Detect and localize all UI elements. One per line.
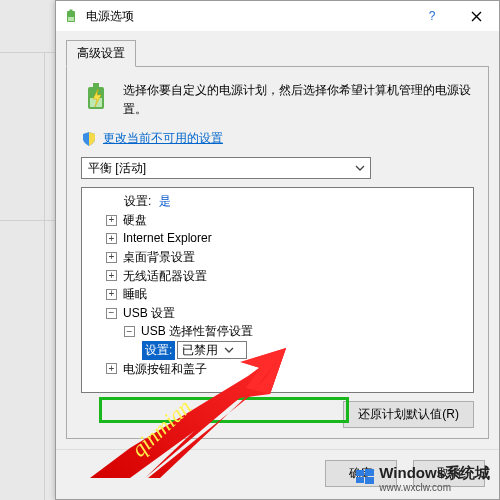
- svg-text:?: ?: [428, 10, 435, 22]
- intro-text: 选择你要自定义的电源计划，然后选择你希望计算机管理的电源设置。: [123, 81, 474, 118]
- chevron-down-icon: [224, 345, 234, 355]
- tree-item-sleep[interactable]: +睡眠: [84, 285, 471, 304]
- power-plan-value: 平衡 [活动]: [88, 160, 146, 177]
- tree-item-usb-suspend[interactable]: −USB 选择性暂停设置: [84, 322, 471, 341]
- svg-rect-2: [68, 17, 74, 21]
- inline-setting-label: 设置:: [142, 341, 175, 360]
- chevron-down-icon: [352, 163, 368, 173]
- inline-setting-select[interactable]: 已禁用: [177, 341, 247, 359]
- ok-button[interactable]: 确定: [325, 460, 397, 487]
- tree-setting-value: 是: [159, 192, 171, 211]
- settings-tree[interactable]: 设置: 是 +硬盘 +Internet Explorer +桌面背景设置 +无线…: [81, 187, 474, 393]
- shield-icon: [81, 131, 97, 147]
- power-options-dialog: 电源选项 ? 高级设置 选择你要自定义的电源计划，然后选择你希望: [55, 0, 500, 500]
- tree-item-hard-disk[interactable]: +硬盘: [84, 211, 471, 230]
- collapse-icon[interactable]: −: [124, 326, 135, 337]
- battery-large-icon: [81, 81, 113, 113]
- svg-rect-1: [70, 10, 73, 12]
- expand-icon[interactable]: +: [106, 215, 117, 226]
- tab-strip: 高级设置: [66, 40, 489, 67]
- change-unavailable-link[interactable]: 更改当前不可用的设置: [103, 130, 223, 147]
- dialog-footer: 确定 取消: [56, 449, 499, 499]
- help-button[interactable]: ?: [409, 1, 454, 31]
- tab-advanced[interactable]: 高级设置: [66, 40, 136, 67]
- power-plan-select[interactable]: 平衡 [活动]: [81, 157, 371, 179]
- restore-defaults-button[interactable]: 还原计划默认值(R): [343, 401, 474, 428]
- tree-item-wireless[interactable]: +无线适配器设置: [84, 267, 471, 286]
- inline-setting-value: 已禁用: [182, 341, 218, 360]
- collapse-icon[interactable]: −: [106, 308, 117, 319]
- tree-item-ie[interactable]: +Internet Explorer: [84, 229, 471, 248]
- tab-page: 选择你要自定义的电源计划，然后选择你希望计算机管理的电源设置。 更改当前不可用的…: [66, 66, 489, 439]
- window-title: 电源选项: [86, 8, 409, 25]
- expand-icon[interactable]: +: [106, 289, 117, 300]
- expand-icon[interactable]: +: [106, 252, 117, 263]
- titlebar: 电源选项 ?: [56, 1, 499, 31]
- expand-icon[interactable]: +: [106, 270, 117, 281]
- close-button[interactable]: [454, 1, 499, 31]
- expand-icon[interactable]: +: [106, 233, 117, 244]
- tree-item-usb[interactable]: −USB 设置: [84, 304, 471, 323]
- expand-icon[interactable]: +: [106, 363, 117, 374]
- tree-item-desktop-bg[interactable]: +桌面背景设置: [84, 248, 471, 267]
- svg-rect-5: [93, 83, 99, 88]
- tree-item-power-buttons[interactable]: +电源按钮和盖子: [84, 360, 471, 379]
- cancel-button[interactable]: 取消: [413, 460, 485, 487]
- tree-item-usb-suspend-setting[interactable]: 设置: 已禁用: [84, 341, 471, 360]
- battery-icon: [64, 8, 80, 24]
- tree-setting-label: 设置:: [124, 192, 151, 211]
